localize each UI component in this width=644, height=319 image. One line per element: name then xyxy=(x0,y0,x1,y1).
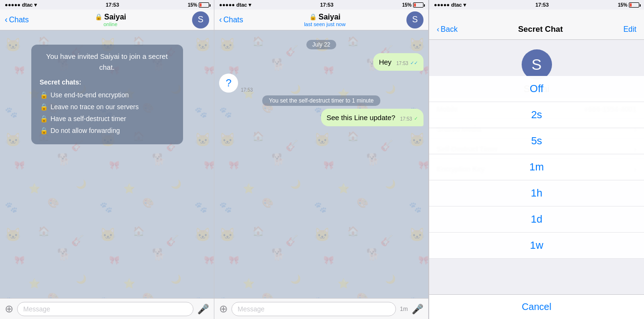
left-message-input[interactable]: Message xyxy=(17,302,193,316)
profile-area: S Saiyai xyxy=(429,40,644,99)
left-avatar[interactable]: S xyxy=(192,11,209,28)
lock-icon-4: 🔒 xyxy=(40,126,48,136)
self-destruct-chevron: › xyxy=(634,145,636,153)
mid-message-placeholder: Message xyxy=(238,305,265,313)
invite-item-3: 🔒 Have a self-destruct timer xyxy=(40,114,175,124)
picker-item-1d[interactable]: 1d xyxy=(429,206,644,233)
bubble-line: See this Line update? 17:53 ✓ xyxy=(321,109,424,126)
shared-media-chevron: › xyxy=(634,125,636,133)
left-nav-center: 🔒 Saiyai online xyxy=(29,13,192,27)
bubble-hey: Hey 17:53 ✓✓ xyxy=(373,53,423,71)
mid-nav-subtitle: last seen just now xyxy=(243,21,406,27)
right-back-button[interactable]: ‹ Back xyxy=(437,25,458,34)
left-nav-bar: ‹ Chats 🔒 Saiyai online S xyxy=(0,9,214,30)
left-time: 17:53 xyxy=(106,2,119,8)
left-battery: 15% xyxy=(188,2,209,8)
invite-item-2: 🔒 Leave no trace on our servers xyxy=(40,102,175,112)
mid-avatar[interactable]: S xyxy=(406,11,423,28)
settings-mobile-item: Mobile +669-1554-4001 xyxy=(429,99,644,119)
right-battery-icon xyxy=(629,2,639,8)
mid-panel: ●●●●● dtac ▾ 17:53 15% ‹ Chats 🔒 Saiyai … xyxy=(214,0,429,319)
mid-lock-icon: 🔒 xyxy=(309,13,317,20)
mid-carrier: ●●●●● dtac ▾ xyxy=(219,2,251,8)
date-badge: July 22 xyxy=(219,40,423,48)
left-back-button[interactable]: ‹ Chats xyxy=(5,15,29,25)
right-battery: 15% xyxy=(618,2,639,8)
profile-avatar: S xyxy=(522,49,552,80)
mobile-value: +669-1554-4001 xyxy=(584,105,636,113)
right-back-chevron: ‹ xyxy=(437,25,439,34)
mid-back-chevron: ‹ xyxy=(219,15,222,25)
lock-icon-2: 🔒 xyxy=(40,102,48,112)
settings-encryption-item: Encryption Key › xyxy=(429,159,644,179)
bubble-hey-text: Hey xyxy=(379,58,392,66)
encryption-label: Encryption Key xyxy=(437,165,485,173)
right-battery-fill xyxy=(630,3,632,7)
bubble-line-checks: ✓ xyxy=(414,116,418,121)
right-time: 17:53 xyxy=(535,2,549,8)
mid-chat-bg[interactable]: July 22 Hey 17:53 ✓✓ ? 17:53 You set the… xyxy=(214,30,428,298)
mid-time: 17:53 xyxy=(320,2,333,8)
picker-item-1w[interactable]: 1w xyxy=(429,233,644,259)
left-message-placeholder: Message xyxy=(23,305,50,313)
shared-media-label: Shared Media xyxy=(437,125,481,133)
bubble-line-text: See this Line update? xyxy=(327,113,396,122)
bubble-question-time: 17:53 xyxy=(241,87,253,93)
left-mic-icon[interactable]: 🎤 xyxy=(197,303,209,315)
mid-input-bar: ⊕ Message 1m 🎤 xyxy=(214,298,428,319)
mid-attach-icon[interactable]: ⊕ xyxy=(219,303,228,315)
right-panel-wrap: ●●●●● dtac ▾ 17:53 15% ‹ Back Secret Cha… xyxy=(429,0,644,319)
left-status-bar: ●●●●● dtac ▾ 17:53 15% xyxy=(0,0,214,9)
left-back-label: Chats xyxy=(9,16,29,24)
left-lock-icon: 🔒 xyxy=(95,13,102,20)
left-carrier: ●●●●● dtac ▾ xyxy=(5,2,37,8)
right-nav-bar: ‹ Back Secret Chat Edit xyxy=(429,9,644,40)
right-edit-button[interactable]: Edit xyxy=(623,25,636,34)
left-nav-subtitle: online xyxy=(29,21,192,27)
invite-section-title: Secret chats: xyxy=(40,77,175,87)
lock-icon-3: 🔒 xyxy=(40,114,48,124)
msg-row-hey: Hey 17:53 ✓✓ xyxy=(219,53,423,71)
inc-row-inner: ? 17:53 xyxy=(219,74,253,93)
mid-nav-title: 🔒 Saiyai xyxy=(243,13,406,21)
mid-nav-bar: ‹ Chats 🔒 Saiyai last seen just now S xyxy=(214,9,428,30)
msg-row-line: See this Line update? 17:53 ✓ xyxy=(219,109,423,126)
lock-icon-1: 🔒 xyxy=(40,90,48,100)
bubble-hey-checks: ✓✓ xyxy=(410,60,418,66)
mobile-label: Mobile xyxy=(437,105,458,113)
mid-back-label: Chats xyxy=(223,16,243,24)
profile-name: Saiyai xyxy=(524,84,549,94)
right-status-bar: ●●●●● dtac ▾ 17:53 15% xyxy=(429,0,644,9)
mid-nav-center: 🔒 Saiyai last seen just now xyxy=(243,13,406,27)
left-attach-icon[interactable]: ⊕ xyxy=(5,303,13,315)
left-battery-fill xyxy=(200,3,202,7)
invite-item-4: 🔒 Do not allow forwarding xyxy=(40,126,175,136)
mid-status-bar: ●●●●● dtac ▾ 17:53 15% xyxy=(214,0,428,9)
left-input-bar: ⊕ Message 🎤 xyxy=(0,298,214,319)
settings-shared-media-item: Shared Media › xyxy=(429,119,644,139)
invite-item-1: 🔒 Use end-to-end encryption xyxy=(40,90,175,100)
invite-bubble: You have invited Saiyai to join a secret… xyxy=(31,45,183,144)
picker-cancel-button[interactable]: Cancel xyxy=(429,294,644,319)
mid-battery: 15% xyxy=(402,2,423,8)
mid-message-input[interactable]: Message xyxy=(231,302,396,316)
left-battery-icon xyxy=(199,2,209,8)
left-nav-title: 🔒 Saiyai xyxy=(29,13,192,21)
msg-row-question: ? 17:53 xyxy=(219,74,423,93)
mid-mic-icon[interactable]: 🎤 xyxy=(412,303,423,315)
mid-back-button[interactable]: ‹ Chats xyxy=(219,15,243,25)
mid-timer-label: 1m xyxy=(400,306,408,312)
mid-battery-icon xyxy=(413,2,423,8)
invite-title: You have invited Saiyai to join a secret… xyxy=(40,51,175,73)
bubble-line-time: 17:53 xyxy=(400,116,412,122)
left-panel: ●●●●● dtac ▾ 17:53 15% ‹ Chats 🔒 Saiyai … xyxy=(0,0,214,319)
right-nav-title: Secret Chat xyxy=(458,25,624,34)
encryption-chevron: › xyxy=(634,165,636,173)
bubble-hey-time: 17:53 xyxy=(396,61,408,66)
mid-battery-fill xyxy=(414,3,416,7)
left-chat-bg: You have invited Saiyai to join a secret… xyxy=(0,30,214,298)
left-back-chevron: ‹ xyxy=(5,15,8,25)
picker-item-1h[interactable]: 1h xyxy=(429,180,644,206)
system-msg: You set the self-destruct timer to 1 min… xyxy=(262,95,380,106)
bubble-question-mark: ? xyxy=(219,74,238,93)
